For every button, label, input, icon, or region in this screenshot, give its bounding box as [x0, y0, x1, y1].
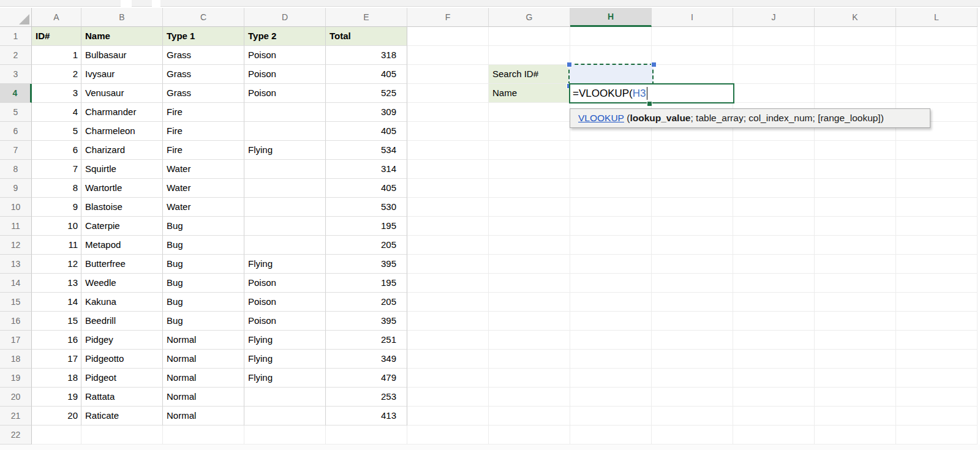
- cell-F21[interactable]: [407, 407, 489, 426]
- cell-A3[interactable]: 2: [32, 65, 81, 84]
- cell-D16[interactable]: Poison: [244, 312, 326, 331]
- row-header-5[interactable]: 5: [0, 103, 32, 122]
- cell-B17[interactable]: Pidgey: [81, 331, 163, 350]
- cell-G6[interactable]: [489, 122, 570, 141]
- cell-H15[interactable]: [570, 293, 652, 312]
- cell-B22[interactable]: [81, 426, 163, 444]
- cell-C9[interactable]: Water: [163, 179, 244, 198]
- cell-E15[interactable]: 205: [326, 293, 407, 312]
- cell-F15[interactable]: [407, 293, 489, 312]
- cell-D21[interactable]: [244, 407, 326, 426]
- cell-J8[interactable]: [733, 160, 815, 179]
- cell-A15[interactable]: 14: [32, 293, 81, 312]
- cell-I1[interactable]: [652, 27, 733, 46]
- row-header-22[interactable]: 22: [0, 426, 32, 444]
- cell-J11[interactable]: [733, 217, 815, 236]
- row-header-18[interactable]: 18: [0, 350, 32, 369]
- cell-K14[interactable]: [815, 274, 896, 293]
- cell-G11[interactable]: [489, 217, 570, 236]
- cell-B11[interactable]: Caterpie: [81, 217, 163, 236]
- cell-E19[interactable]: 479: [326, 369, 407, 388]
- cell-K15[interactable]: [815, 293, 896, 312]
- cell-B14[interactable]: Weedle: [81, 274, 163, 293]
- cell-K17[interactable]: [815, 331, 896, 350]
- cell-E17[interactable]: 251: [326, 331, 407, 350]
- cell-C4[interactable]: Grass: [163, 84, 244, 103]
- cell-J9[interactable]: [733, 179, 815, 198]
- cell-H22[interactable]: [570, 426, 652, 444]
- cell-K16[interactable]: [815, 312, 896, 331]
- cell-G9[interactable]: [489, 179, 570, 198]
- cell-E12[interactable]: 205: [326, 236, 407, 255]
- cell-G3[interactable]: Search ID#: [489, 65, 570, 84]
- cell-G20[interactable]: [489, 388, 570, 407]
- cell-F10[interactable]: [407, 198, 489, 217]
- cell-F3[interactable]: [407, 65, 489, 84]
- row-header-4[interactable]: 4: [0, 84, 32, 103]
- cell-G16[interactable]: [489, 312, 570, 331]
- cell-D7[interactable]: Flying: [244, 141, 326, 160]
- cell-D2[interactable]: Poison: [244, 46, 326, 65]
- cell-B13[interactable]: Butterfree: [81, 255, 163, 274]
- cell-B7[interactable]: Charizard: [81, 141, 163, 160]
- cell-E20[interactable]: 253: [326, 388, 407, 407]
- cell-H13[interactable]: [570, 255, 652, 274]
- column-header-B[interactable]: B: [81, 8, 163, 27]
- cell-A11[interactable]: 10: [32, 217, 81, 236]
- cell-C17[interactable]: Normal: [163, 331, 244, 350]
- cell-G8[interactable]: [489, 160, 570, 179]
- cell-B19[interactable]: Pidgeot: [81, 369, 163, 388]
- cell-A18[interactable]: 17: [32, 350, 81, 369]
- row-header-11[interactable]: 11: [0, 217, 32, 236]
- cell-L21[interactable]: [896, 407, 978, 426]
- row-header-14[interactable]: 14: [0, 274, 32, 293]
- cell-F7[interactable]: [407, 141, 489, 160]
- cell-B16[interactable]: Beedrill: [81, 312, 163, 331]
- cell-H10[interactable]: [570, 198, 652, 217]
- cell-E6[interactable]: 405: [326, 122, 407, 141]
- row-header-3[interactable]: 3: [0, 65, 32, 84]
- cell-D9[interactable]: [244, 179, 326, 198]
- cell-F1[interactable]: [407, 27, 489, 46]
- cell-H9[interactable]: [570, 179, 652, 198]
- cell-G4[interactable]: Name: [489, 84, 570, 103]
- cell-F9[interactable]: [407, 179, 489, 198]
- cell-J15[interactable]: [733, 293, 815, 312]
- cell-L11[interactable]: [896, 217, 978, 236]
- cell-E21[interactable]: 413: [326, 407, 407, 426]
- cell-K4[interactable]: [815, 84, 896, 103]
- cell-D4[interactable]: Poison: [244, 84, 326, 103]
- cell-K11[interactable]: [815, 217, 896, 236]
- cell-B18[interactable]: Pidgeotto: [81, 350, 163, 369]
- cell-F6[interactable]: [407, 122, 489, 141]
- cell-J10[interactable]: [733, 198, 815, 217]
- cell-C14[interactable]: Bug: [163, 274, 244, 293]
- reference-drag-handle[interactable]: [652, 62, 656, 67]
- row-header-1[interactable]: 1: [0, 27, 32, 46]
- cell-F11[interactable]: [407, 217, 489, 236]
- column-header-E[interactable]: E: [326, 8, 407, 27]
- cell-D8[interactable]: [244, 160, 326, 179]
- cell-C19[interactable]: Normal: [163, 369, 244, 388]
- cell-A2[interactable]: 1: [32, 46, 81, 65]
- cell-A9[interactable]: 8: [32, 179, 81, 198]
- cell-G13[interactable]: [489, 255, 570, 274]
- cell-E4[interactable]: 525: [326, 84, 407, 103]
- row-header-20[interactable]: 20: [0, 388, 32, 407]
- cell-L18[interactable]: [896, 350, 978, 369]
- cell-D1[interactable]: Type 2: [244, 27, 326, 46]
- column-header-L[interactable]: L: [896, 8, 978, 27]
- cell-B4[interactable]: Venusaur: [81, 84, 163, 103]
- cell-L12[interactable]: [896, 236, 978, 255]
- cell-E1[interactable]: Total: [326, 27, 407, 46]
- cell-E8[interactable]: 314: [326, 160, 407, 179]
- cell-J19[interactable]: [733, 369, 815, 388]
- cell-L8[interactable]: [896, 160, 978, 179]
- cell-D11[interactable]: [244, 217, 326, 236]
- cell-H1[interactable]: [570, 27, 652, 46]
- formula-edit-cell-H4[interactable]: =VLOOKUP(H3: [569, 83, 734, 103]
- cell-F14[interactable]: [407, 274, 489, 293]
- cell-B2[interactable]: Bulbasaur: [81, 46, 163, 65]
- cell-J16[interactable]: [733, 312, 815, 331]
- cell-G12[interactable]: [489, 236, 570, 255]
